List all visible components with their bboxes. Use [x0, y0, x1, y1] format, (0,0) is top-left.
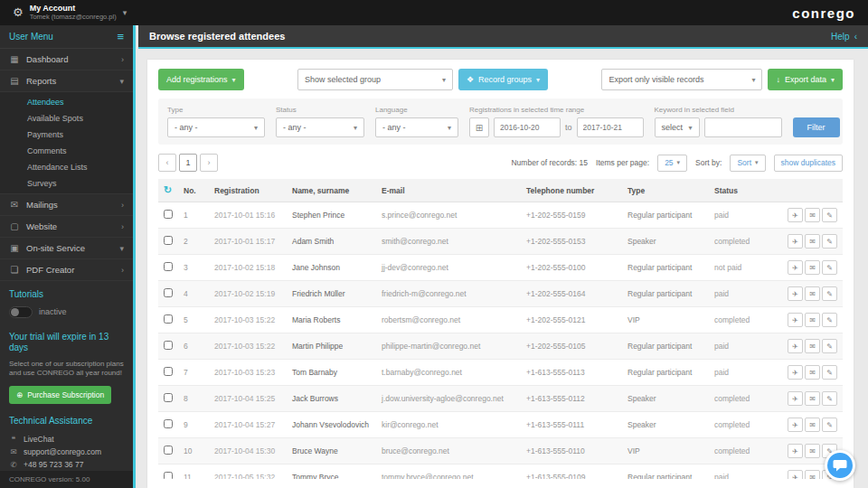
group-select[interactable]: Show selected group ▾ [297, 69, 453, 90]
tutorials-toggle[interactable] [9, 306, 33, 318]
table-row: 42017-10-02 15:19Friedrich Müllerfriedri… [158, 281, 843, 307]
export-scope-select[interactable]: Export only visible records ▾ [601, 69, 762, 90]
sidebar-item-attendance-lists[interactable]: Attendance Lists [0, 159, 133, 175]
row-checkbox[interactable] [164, 210, 173, 219]
row-checkbox[interactable] [164, 472, 173, 479]
chat-button[interactable] [825, 450, 855, 481]
cell-registration: 2017-10-04 15:25 [209, 386, 287, 412]
row-checkbox[interactable] [164, 314, 173, 324]
send-invitation-button[interactable]: ✈ [788, 286, 803, 301]
send-email-button[interactable]: ✉ [805, 365, 820, 380]
type-filter-select[interactable]: - any - ▾ [167, 117, 265, 137]
table-row: 22017-10-01 15:17Adam Smithsmith@conrego… [158, 229, 843, 255]
send-email-button[interactable]: ✉ [805, 286, 820, 301]
edit-registration-button[interactable]: ✎ [822, 418, 837, 432]
send-email-button[interactable]: ✉ [805, 391, 820, 406]
row-checkbox[interactable] [164, 341, 173, 350]
chevron-left-icon: ‹ [854, 32, 857, 42]
sidebar-item-surveys[interactable]: Surveys [0, 175, 133, 192]
sidebar-item-onsite-service[interactable]: ▣ On-site Service ▾ [0, 238, 133, 259]
add-registrations-button[interactable]: Add registrations ▾ [158, 69, 244, 90]
items-per-page-select[interactable]: 25 ▾ [657, 155, 687, 172]
filter-button[interactable]: Filter [793, 117, 840, 137]
send-invitation-button[interactable]: ✈ [788, 470, 803, 479]
send-email-button[interactable]: ✉ [805, 208, 820, 222]
cell-registration: 2017-10-05 15:32 [209, 465, 287, 480]
menu-icon[interactable]: ≡ [117, 30, 124, 43]
gear-icon[interactable]: ⚙ [13, 5, 24, 19]
send-invitation-button[interactable]: ✈ [788, 418, 803, 432]
keyword-field-select[interactable]: select ▾ [655, 117, 700, 137]
row-checkbox[interactable] [164, 367, 173, 376]
row-checkbox[interactable] [164, 262, 173, 271]
support-email-label: support@conrego.com [24, 447, 101, 456]
show-duplicates-button[interactable]: show duplicates [774, 155, 843, 172]
send-email-button[interactable]: ✉ [805, 339, 820, 353]
sidebar-item-website[interactable]: ▢ Website › [0, 216, 133, 238]
send-email-button[interactable]: ✉ [805, 444, 820, 458]
edit-registration-button[interactable]: ✎ [822, 313, 837, 327]
livechat-link[interactable]: ❝ LiveChat [9, 433, 124, 446]
sidebar-item-available-spots[interactable]: Available Spots [0, 110, 133, 127]
send-invitation-button[interactable]: ✈ [788, 313, 803, 327]
cell-no: 10 [178, 438, 209, 465]
send-invitation-button[interactable]: ✈ [788, 234, 803, 249]
status-filter-select[interactable]: - any - ▾ [276, 117, 364, 137]
row-checkbox[interactable] [164, 236, 173, 245]
sort-select[interactable]: Sort ▾ [730, 155, 765, 172]
send-email-button[interactable]: ✉ [805, 260, 820, 275]
sidebar-item-pdf-creator[interactable]: ❏ PDF Creator › [0, 259, 133, 281]
row-checkbox[interactable] [164, 446, 173, 455]
row-checkbox[interactable] [164, 393, 173, 402]
calendar-button[interactable]: ⊞ [469, 117, 489, 137]
cell-registration: 2017-10-04 15:30 [209, 438, 287, 465]
cell-registration: 2017-10-03 15:23 [209, 360, 287, 386]
row-checkbox[interactable] [164, 419, 173, 428]
edit-registration-button[interactable]: ✎ [822, 339, 837, 353]
send-email-button[interactable]: ✉ [805, 234, 820, 249]
edit-registration-button[interactable]: ✎ [822, 365, 837, 380]
language-filter-select[interactable]: - any - ▾ [375, 117, 458, 137]
date-to-input[interactable] [577, 117, 644, 137]
send-invitation-button[interactable]: ✈ [788, 208, 803, 222]
chevron-down-icon[interactable]: ▾ [123, 8, 127, 17]
edit-registration-button[interactable]: ✎ [822, 208, 837, 222]
sidebar-item-payments[interactable]: Payments [0, 127, 133, 143]
send-invitation-button[interactable]: ✈ [788, 444, 803, 458]
edit-registration-button[interactable]: ✎ [822, 234, 837, 249]
edit-registration-button[interactable]: ✎ [822, 391, 837, 406]
sidebar-item-comments[interactable]: Comments [0, 143, 133, 159]
send-email-button[interactable]: ✉ [805, 418, 820, 432]
sidebar-item-mailings[interactable]: ✉ Mailings › [0, 194, 133, 216]
keyword-input[interactable] [704, 117, 782, 137]
support-phone-link[interactable]: ✆ +48 95 723 36 77 [9, 458, 124, 471]
send-invitation-button[interactable]: ✈ [788, 391, 803, 406]
next-page-button[interactable]: › [200, 154, 218, 172]
page-1-button[interactable]: 1 [179, 154, 197, 172]
cell-registration: 2017-10-03 15:22 [209, 307, 287, 333]
group-select-value: Show selected group [305, 75, 381, 84]
send-invitation-button[interactable]: ✈ [788, 260, 803, 275]
send-email-button[interactable]: ✉ [805, 313, 820, 327]
purchase-subscription-button[interactable]: ⊕ Purchase Subscription [9, 386, 111, 404]
support-email-link[interactable]: ✉ support@conrego.com [9, 446, 124, 458]
edit-registration-button[interactable]: ✎ [822, 286, 837, 301]
send-invitation-button[interactable]: ✈ [788, 339, 803, 353]
edit-registration-button[interactable]: ✎ [822, 260, 837, 275]
account-menu[interactable]: My Account Tomek (tomasz@conrego.pl) [30, 5, 117, 21]
row-checkbox[interactable] [164, 288, 173, 297]
language-filter-value: - any - [382, 123, 406, 132]
send-email-button[interactable]: ✉ [805, 470, 820, 479]
record-groups-button[interactable]: ❖ Record groups ▾ [458, 69, 548, 90]
prev-page-button[interactable]: ‹ [158, 154, 176, 172]
sidebar-item-reports[interactable]: ▤ Reports ▾ [0, 70, 133, 92]
date-from-input[interactable] [494, 117, 561, 137]
send-invitation-button[interactable]: ✈ [788, 365, 803, 380]
sidebar-item-dashboard[interactable]: ▦ Dashboard › [0, 49, 133, 70]
refresh-icon[interactable]: ↻ [164, 184, 172, 195]
record-groups-label: Record groups [478, 75, 532, 84]
cell-no: 6 [178, 333, 209, 360]
export-data-button[interactable]: ↓ Export data ▾ [768, 69, 843, 90]
sidebar-item-attendees[interactable]: Attendees [0, 94, 133, 110]
help-link[interactable]: Help ‹ [831, 32, 857, 42]
